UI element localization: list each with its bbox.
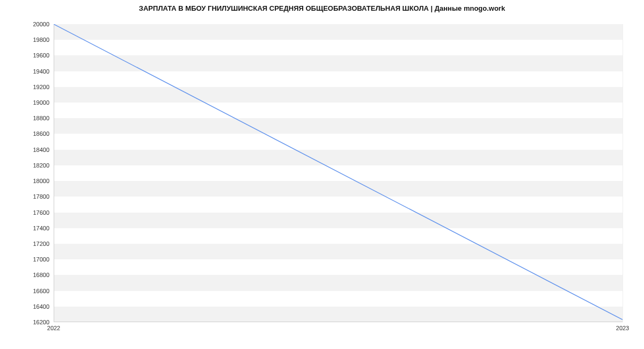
y-tick-label: 17600 [28,209,49,216]
y-tick-label: 16400 [28,303,49,310]
chart-title: ЗАРПЛАТА В МБОУ ГНИЛУШИНСКАЯ СРЕДНЯЯ ОБЩ… [0,4,644,12]
y-tick-label: 19400 [28,68,49,75]
y-tick-label: 17400 [28,225,49,231]
y-tick-label: 17000 [28,256,49,263]
y-tick-label: 16800 [28,272,49,278]
y-tick-label: 17800 [28,193,49,200]
y-tick-label: 17200 [28,241,49,247]
y-tick-label: 18600 [28,130,49,137]
y-tick-label: 19600 [28,52,49,59]
x-tick-label: 2022 [47,325,60,331]
grid-line [623,24,623,322]
y-tick-label: 19000 [28,99,49,106]
plot-area [54,24,623,322]
y-tick-label: 18200 [28,162,49,169]
y-axis: 1620016400166001680017000172001740017600… [30,24,54,322]
y-tick-label: 18800 [28,115,49,121]
y-tick-label: 16600 [28,288,49,294]
y-tick-label: 20000 [28,21,49,27]
y-tick-label: 16200 [28,319,49,325]
y-tick-label: 19200 [28,84,49,90]
y-tick-label: 18400 [28,147,49,153]
y-tick-label: 19800 [28,37,49,43]
y-tick-label: 18000 [28,178,49,184]
x-tick-label: 2023 [616,325,629,331]
line-series [54,24,623,322]
